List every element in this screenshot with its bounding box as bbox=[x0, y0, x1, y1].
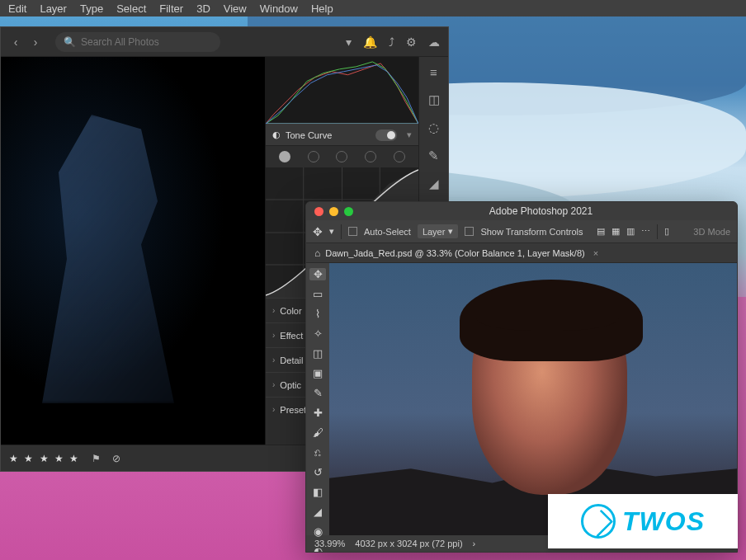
lasso-tool[interactable]: ⌇ bbox=[309, 308, 326, 320]
heal-icon[interactable]: ◌ bbox=[428, 120, 439, 135]
window-title: Adobe Photoshop 2021 bbox=[489, 205, 593, 217]
close-button[interactable] bbox=[314, 207, 323, 216]
crop-icon[interactable]: ◫ bbox=[428, 92, 440, 107]
ps-titlebar[interactable]: Adobe Photoshop 2021 bbox=[306, 202, 737, 220]
reject-icon[interactable]: ⊘ bbox=[112, 453, 120, 464]
search-field[interactable]: 🔍 bbox=[55, 32, 220, 52]
frame-tool[interactable]: ▣ bbox=[309, 367, 326, 379]
chevron-right-icon: › bbox=[272, 405, 275, 414]
home-icon[interactable]: ⌂ bbox=[314, 247, 320, 259]
back-arrow-icon[interactable]: ‹ bbox=[9, 35, 22, 49]
channel-dot-g[interactable] bbox=[336, 151, 347, 162]
menu-filter[interactable]: Filter bbox=[159, 2, 183, 15]
image-bangs bbox=[476, 299, 619, 332]
eyedropper-tool[interactable]: ✎ bbox=[309, 387, 326, 399]
gradient-icon[interactable]: ◢ bbox=[429, 176, 439, 191]
rating-stars[interactable]: ★ ★ ★ ★ ★ bbox=[9, 453, 80, 464]
gear-icon[interactable]: ⚙ bbox=[406, 35, 417, 49]
chevron-right-icon: › bbox=[272, 331, 275, 340]
forward-arrow-icon[interactable]: › bbox=[29, 35, 42, 49]
photo-subject bbox=[26, 115, 191, 403]
tone-curve-label: Tone Curve bbox=[286, 130, 332, 140]
minimize-button[interactable] bbox=[329, 207, 338, 216]
show-transform-label: Show Transform Controls bbox=[480, 227, 583, 237]
twos-logo-icon bbox=[581, 504, 616, 539]
search-input[interactable] bbox=[81, 36, 212, 48]
move-tool[interactable]: ✥ bbox=[309, 268, 326, 280]
tone-curve-header[interactable]: ◐ Tone Curve ▾ bbox=[266, 125, 418, 146]
blur-tool[interactable]: ◉ bbox=[309, 525, 326, 538]
chevron-right-icon: › bbox=[272, 355, 275, 365]
channel-dot-luma[interactable] bbox=[279, 151, 290, 162]
menu-window[interactable]: Window bbox=[260, 2, 298, 15]
menu-select[interactable]: Select bbox=[116, 2, 146, 15]
document-tab[interactable]: ⌂ Dawn_Jada_Red.psd @ 33.3% (Color Balan… bbox=[306, 243, 737, 263]
bell-icon[interactable]: 🔔 bbox=[363, 35, 377, 49]
stamp-tool[interactable]: ⎌ bbox=[309, 446, 326, 459]
distribute-icon[interactable]: ▯ bbox=[664, 226, 669, 237]
maximize-button[interactable] bbox=[344, 207, 353, 216]
close-tab-icon[interactable]: × bbox=[593, 248, 598, 258]
move-tool-icon[interactable]: ✥ bbox=[313, 225, 323, 238]
marquee-tool[interactable]: ▭ bbox=[309, 288, 326, 300]
channel-dot-r[interactable] bbox=[308, 151, 319, 162]
menu-help[interactable]: Help bbox=[311, 2, 333, 15]
menu-3d[interactable]: 3D bbox=[196, 2, 210, 15]
brush-icon[interactable]: ✎ bbox=[428, 148, 439, 163]
photo-app-header: ‹ › 🔍 ▾ 🔔 ⤴ ⚙ ☁ bbox=[1, 27, 448, 57]
histogram bbox=[266, 57, 418, 125]
filter-icon[interactable]: ▾ bbox=[346, 35, 352, 49]
wand-tool[interactable]: ✧ bbox=[309, 327, 326, 340]
gradient-tool[interactable]: ◢ bbox=[309, 506, 326, 518]
brush-tool[interactable]: 🖌 bbox=[309, 426, 326, 439]
twos-logo-text: TWOS bbox=[622, 506, 705, 537]
auto-select-checkbox[interactable] bbox=[348, 227, 357, 236]
menu-edit[interactable]: Edit bbox=[8, 2, 26, 15]
chevron-down-icon[interactable]: ▾ bbox=[329, 226, 334, 237]
ps-toolbar: ✥ ▭ ⌇ ✧ ◫ ▣ ✎ ✚ 🖌 ⎌ ↺ ◧ ◢ ◉ ◐ ✒ T ↗ bbox=[306, 263, 329, 535]
dodge-tool[interactable]: ◐ bbox=[309, 545, 326, 553]
ps-options-bar: ✥ ▾ Auto-Select Layer▾ Show Transform Co… bbox=[306, 220, 737, 243]
menu-layer[interactable]: Layer bbox=[40, 2, 67, 15]
cloud-icon[interactable]: ☁ bbox=[428, 35, 440, 49]
auto-select-label: Auto-Select bbox=[364, 227, 411, 237]
tone-curve-icon: ◐ bbox=[272, 129, 281, 140]
doc-dimensions[interactable]: 4032 px x 3024 px (72 ppi) bbox=[355, 539, 462, 548]
align-left-icon[interactable]: ▤ bbox=[597, 226, 605, 237]
share-icon[interactable]: ⤴ bbox=[389, 35, 394, 49]
flag-icon[interactable]: ⚑ bbox=[92, 453, 101, 464]
chevron-right-icon[interactable]: › bbox=[473, 539, 476, 548]
window-traffic-lights bbox=[314, 207, 353, 216]
chevron-right-icon: › bbox=[272, 306, 275, 315]
history-brush-tool[interactable]: ↺ bbox=[309, 466, 326, 478]
chevron-right-icon: › bbox=[272, 380, 275, 389]
chevron-down-icon: ▾ bbox=[448, 226, 453, 237]
mac-menubar: Edit Layer Type Select Filter 3D View Wi… bbox=[0, 0, 746, 16]
tone-toggle[interactable] bbox=[375, 129, 397, 141]
sliders-icon[interactable]: ≡ bbox=[430, 65, 437, 79]
crop-tool[interactable]: ◫ bbox=[309, 347, 326, 360]
separator bbox=[341, 224, 342, 239]
menu-view[interactable]: View bbox=[224, 2, 247, 15]
mode-3d-label: 3D Mode bbox=[693, 227, 730, 237]
separator bbox=[657, 224, 658, 239]
layer-dropdown[interactable]: Layer▾ bbox=[418, 224, 459, 238]
tab-title: Dawn_Jada_Red.psd @ 33.3% (Color Balance… bbox=[325, 248, 584, 258]
eraser-tool[interactable]: ◧ bbox=[309, 486, 326, 498]
show-transform-checkbox[interactable] bbox=[465, 227, 474, 236]
align-center-icon[interactable]: ▦ bbox=[611, 226, 620, 237]
channel-dot-b[interactable] bbox=[365, 151, 376, 162]
heal-tool[interactable]: ✚ bbox=[309, 407, 326, 419]
tone-channel-dots bbox=[266, 146, 418, 167]
chevron-down-icon: ▾ bbox=[407, 129, 412, 140]
align-right-icon[interactable]: ▥ bbox=[626, 226, 635, 237]
photo-canvas[interactable] bbox=[1, 57, 265, 445]
channel-dot-extra[interactable] bbox=[394, 151, 405, 162]
overflow-icon[interactable]: ⋯ bbox=[641, 226, 650, 237]
search-icon: 🔍 bbox=[64, 36, 76, 48]
menu-type[interactable]: Type bbox=[80, 2, 103, 15]
twos-watermark: TWOS bbox=[548, 494, 738, 548]
